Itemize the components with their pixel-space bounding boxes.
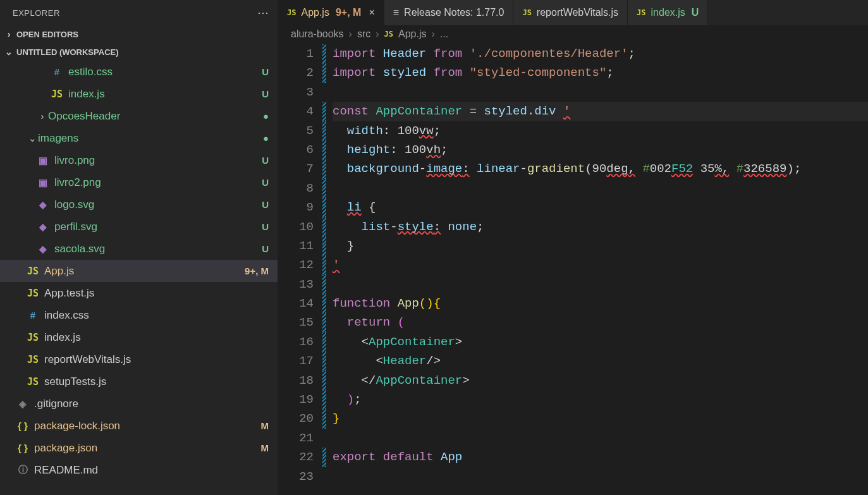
code-line[interactable]: </AppContainer> [333,371,868,390]
code-line[interactable] [333,179,868,198]
line-number: 5 [278,121,314,140]
file-label: estilo.css [68,66,262,78]
js-icon: JS [27,288,39,299]
line-number: 16 [278,333,314,351]
file-tree-item[interactable]: JSindex.jsU [0,83,278,105]
code-line[interactable] [333,83,868,102]
line-number: 14 [278,294,314,313]
tab-label: index.js [651,7,685,18]
code-line[interactable] [333,429,868,448]
image-icon: ▣ [37,177,49,188]
file-tree-item[interactable]: ◈.gitignore [0,393,278,415]
code-line[interactable]: const AppContainer = styled.div ' [333,102,868,121]
code-line[interactable]: import Header from './componentes/Header… [333,44,868,63]
code-line[interactable]: list-style: none; [333,217,868,236]
code-line[interactable]: export default App [333,448,868,467]
image-icon: ▣ [37,155,49,166]
file-label: OpcoesHeader [48,110,263,123]
file-tree-item[interactable]: { }package.jsonM [0,437,278,459]
editor-tab[interactable]: ≡Release Notes: 1.77.0 [384,0,514,25]
file-tree-item[interactable]: { }package-lock.jsonM [0,415,278,437]
explorer-header: EXPLORER ⋯ [0,0,278,25]
code-line[interactable]: li { [333,198,868,217]
git-icon: ◈ [16,398,29,410]
file-label: setupTests.js [44,376,269,388]
file-tree-item[interactable]: #index.css [0,304,278,326]
code-line[interactable] [333,275,868,294]
breadcrumb-part[interactable]: alura-books [291,28,344,40]
line-number: 18 [278,371,314,390]
breadcrumb[interactable]: alura-books › src › JS App.js › ... [278,25,868,43]
editor-tab[interactable]: JSindex.jsU [628,0,708,25]
close-icon[interactable]: × [369,7,374,18]
code-line[interactable]: } [333,409,868,428]
chevron-right-icon: › [349,28,352,40]
explorer-title: EXPLORER [13,8,60,18]
file-tree-item[interactable]: ▣livro.pngU [0,149,278,171]
file-tree-item[interactable]: ◆perfil.svgU [0,216,278,238]
file-tree-item[interactable]: JSreportWebVitals.js [0,348,278,370]
code-line[interactable]: <Header/> [333,351,868,370]
file-tree-item[interactable]: JSindex.js [0,326,278,348]
file-label: livro2.png [54,176,262,189]
tab-label: App.js [301,7,329,18]
file-label: index.css [44,309,269,322]
open-editors-section[interactable]: › OPEN EDITORS [0,25,278,43]
workspace-section[interactable]: ⌄ UNTITLED (WORKSPACE) [0,43,278,61]
file-tree-item[interactable]: ◆sacola.svgU [0,238,278,260]
file-tree-item[interactable]: ›OpcoesHeader● [0,105,278,127]
code-line[interactable]: return ( [333,313,868,332]
line-number: 20 [278,409,314,428]
code-line[interactable]: } [333,236,868,255]
file-label: README.md [34,464,269,477]
line-number: 12 [278,255,314,274]
file-tree-item[interactable]: JSsetupTests.js [0,370,278,393]
line-number: 13 [278,275,314,294]
svg-icon: ◆ [37,243,49,255]
file-label: index.js [44,331,269,344]
file-tree-item[interactable]: ⌄imagens● [0,127,278,149]
file-tree: #estilo.cssUJSindex.jsU›OpcoesHeader●⌄im… [0,61,278,495]
line-number: 10 [278,217,314,236]
more-actions-icon[interactable]: ⋯ [257,6,269,20]
file-tree-item[interactable]: JSApp.test.js [0,282,278,304]
code-editor[interactable]: 1234567891011121314151617181920212223 im… [278,43,868,495]
git-status-badge: U [262,177,269,188]
file-tree-item[interactable]: ▣livro2.pngU [0,171,278,193]
code-line[interactable]: import styled from "styled-components"; [333,63,868,82]
chevron-right-icon: › [432,28,435,40]
git-status-badge: ● [263,133,269,144]
code-line[interactable]: function App(){ [333,294,868,313]
line-number: 22 [278,448,314,467]
file-label: logo.svg [54,199,262,211]
code-line[interactable]: height: 100vh; [333,140,868,159]
file-label: livro.png [54,154,262,167]
code-line[interactable]: width: 100vw; [333,121,868,140]
code-line[interactable]: ' [333,255,868,274]
file-tree-item[interactable]: JSApp.js9+, M [0,260,278,282]
code-line[interactable]: background-image: linear-gradient(90deg,… [333,159,868,178]
file-tree-item[interactable]: ⓘREADME.md [0,459,278,481]
editor-tab[interactable]: JSreportWebVitals.js [513,0,628,25]
file-tree-item[interactable]: #estilo.cssU [0,61,278,83]
explorer-sidebar: EXPLORER ⋯ › OPEN EDITORS ⌄ UNTITLED (WO… [0,0,278,495]
code-line[interactable]: ); [333,390,868,409]
json-icon: { } [16,420,29,431]
tab-bar: JSApp.js9+, M×≡Release Notes: 1.77.0JSre… [278,0,868,25]
breadcrumb-part[interactable]: src [357,28,370,40]
file-label: package.json [34,442,261,455]
editor-tab[interactable]: JSApp.js9+, M× [278,0,384,25]
file-label: perfil.svg [54,221,262,233]
file-tree-item[interactable]: ◆logo.svgU [0,193,278,216]
line-gutter: 1234567891011121314151617181920212223 [278,43,322,495]
breadcrumb-ellipsis[interactable]: ... [440,28,448,40]
js-icon: JS [27,376,39,388]
svg-icon: ◆ [37,221,49,233]
code-content[interactable]: import Header from './componentes/Header… [326,43,868,495]
breadcrumb-file[interactable]: App.js [398,28,426,40]
file-label: package-lock.json [34,420,261,432]
line-number: 1 [278,44,314,63]
code-line[interactable] [333,467,868,486]
line-number: 17 [278,351,314,370]
code-line[interactable]: <AppContainer> [333,333,868,351]
